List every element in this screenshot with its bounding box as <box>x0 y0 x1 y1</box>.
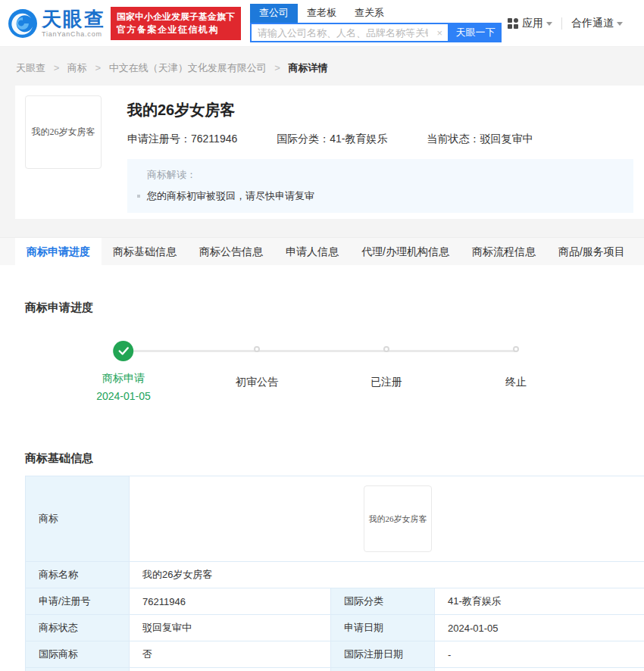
search-input[interactable] <box>252 27 431 39</box>
step-applied: 商标申请 2024-01-05 <box>96 341 151 402</box>
bullet-icon <box>137 195 140 198</box>
step-label: 终止 <box>505 376 527 389</box>
circle-icon <box>254 346 260 352</box>
chevron-down-icon <box>617 22 623 26</box>
row-value: 76211946 <box>130 588 331 615</box>
search-area: 查公司 查老板 查关系 × 天眼一下 <box>250 4 502 42</box>
check-icon <box>114 341 134 361</box>
breadcrumb-current: 商标详情 <box>289 62 328 73</box>
step-label: 商标申请 <box>96 372 151 385</box>
field-current-status: 当前状态：驳回复审中 <box>427 133 533 146</box>
tab-agency-info[interactable]: 代理/办理机构信息 <box>350 238 461 265</box>
trademark-image-text: 我的26岁女房客 <box>32 126 95 139</box>
search-box: × <box>250 23 449 42</box>
trademark-image-text: 我的26岁女房客 <box>369 513 427 525</box>
search-tab-boss[interactable]: 查老板 <box>298 4 345 23</box>
step-label: 初审公告 <box>236 376 278 389</box>
tab-gazette-info[interactable]: 公告信息 <box>636 238 644 265</box>
table-row: 商标状态 驳回复审中 申请日期 2024-01-05 <box>26 615 644 641</box>
tab-basic-info[interactable]: 商标基础信息 <box>102 238 188 265</box>
brand-name: 天眼查 <box>42 9 105 29</box>
table-row: 商标 我的26岁女房客 <box>26 476 644 562</box>
cooperation-menu[interactable]: 合作通道 <box>571 17 623 30</box>
row-value: 2024-01-05 <box>435 615 644 641</box>
row-label: 商标类型 <box>26 668 130 671</box>
circle-icon <box>513 346 519 352</box>
row-label: 国际分类 <box>331 588 435 615</box>
step-label: 已注册 <box>370 376 402 389</box>
breadcrumb-separator: > <box>274 62 280 73</box>
breadcrumb: 天眼查 > 商标 > 中文在线（天津）文化发展有限公司 > 商标详情 <box>0 47 644 86</box>
stepper-track <box>123 350 516 352</box>
apps-grid-icon <box>508 18 518 29</box>
basic-info-section-heading: 商标基础信息 <box>25 451 644 466</box>
row-label: 商标状态 <box>26 615 130 641</box>
row-label: 商标名称 <box>26 562 130 588</box>
badge-line1: 国家中小企业发展子基金旗下 <box>117 11 235 23</box>
search-button[interactable]: 天眼一下 <box>449 23 502 42</box>
row-label: 商标结构 <box>331 668 435 671</box>
step-registered: 已注册 <box>370 341 402 389</box>
tab-applicant-info[interactable]: 申请人信息 <box>274 238 350 265</box>
tianyancha-logo-icon <box>8 8 38 39</box>
table-row: 国际商标 否 国际注册日期 - <box>26 641 644 668</box>
basic-info-table: 商标 我的26岁女房客 商标名称 我的26岁女房客 申请/注册号 7621194… <box>25 476 644 671</box>
breadcrumb-trademark[interactable]: 商标 <box>67 62 87 73</box>
row-label: 商标 <box>26 476 130 562</box>
row-value: 41-教育娱乐 <box>435 588 644 615</box>
apps-menu-label: 应用 <box>522 17 543 30</box>
table-row: 商标类型 普通商标 商标结构 纯中文 <box>26 668 644 671</box>
trademark-detail-card: 我的26岁女房客 我的26岁女房客 申请注册号：76211946 国际分类：41… <box>15 86 644 219</box>
trademark-image[interactable]: 我的26岁女房客 <box>25 95 102 169</box>
cooperation-menu-label: 合作通道 <box>571 17 614 30</box>
row-value: - <box>435 641 644 668</box>
site-logo[interactable]: 天眼查 TianYanCha.com <box>8 8 105 39</box>
trademark-interpretation-box: 商标解读： 您的商标初审被驳回，请尽快申请复审 <box>127 159 633 213</box>
breadcrumb-company[interactable]: 中文在线（天津）文化发展有限公司 <box>109 62 267 73</box>
row-label: 国际注册日期 <box>331 641 435 668</box>
step-terminated: 终止 <box>505 341 527 389</box>
tab-goods-services[interactable]: 商品/服务项目 <box>547 238 636 265</box>
step-preliminary: 初审公告 <box>236 341 278 389</box>
breadcrumb-separator: > <box>95 62 101 73</box>
step-date: 2024-01-05 <box>96 390 151 402</box>
page-title: 我的26岁女房客 <box>127 100 634 120</box>
detail-tabbar: 商标申请进度 商标基础信息 商标公告信息 申请人信息 代理/办理机构信息 商标流… <box>0 237 644 265</box>
progress-section-heading: 商标申请进度 <box>25 265 644 315</box>
row-value: 否 <box>130 641 331 668</box>
row-label: 国际商标 <box>26 641 130 668</box>
chevron-down-icon <box>546 22 552 26</box>
interpretation-title: 商标解读： <box>137 168 624 182</box>
search-tab-relation[interactable]: 查关系 <box>345 4 393 23</box>
interpretation-item: 您的商标初审被驳回，请尽快申请复审 <box>137 189 624 203</box>
row-value: 我的26岁女房客 <box>130 562 644 588</box>
search-tabs: 查公司 查老板 查关系 <box>250 4 502 23</box>
badge-line2: 官方备案企业征信机构 <box>117 23 235 36</box>
circle-icon <box>383 346 389 352</box>
tab-process-info[interactable]: 商标流程信息 <box>461 238 547 265</box>
search-tab-company[interactable]: 查公司 <box>250 4 298 23</box>
site-header: 天眼查 TianYanCha.com 国家中小企业发展子基金旗下 官方备案企业征… <box>0 0 644 47</box>
row-label: 申请日期 <box>331 615 435 641</box>
row-label: 申请/注册号 <box>26 588 130 615</box>
clear-icon[interactable]: × <box>431 27 448 39</box>
tab-announcement-info[interactable]: 商标公告信息 <box>188 238 274 265</box>
table-row: 商标名称 我的26岁女房客 <box>26 562 644 588</box>
field-registration-number: 申请注册号：76211946 <box>127 133 237 146</box>
breadcrumb-separator: > <box>54 62 60 73</box>
certification-badge: 国家中小企业发展子基金旗下 官方备案企业征信机构 <box>111 7 241 40</box>
tab-application-progress[interactable]: 商标申请进度 <box>15 238 102 265</box>
row-value: 驳回复审中 <box>130 615 331 641</box>
field-intl-class: 国际分类：41-教育娱乐 <box>277 133 387 146</box>
trademark-image[interactable]: 我的26岁女房客 <box>364 485 432 552</box>
apps-menu[interactable]: 应用 <box>508 17 552 30</box>
main-content: 商标申请进度 商标申请 2024-01-05 初审公告 已注册 终止 商标基础信… <box>0 265 644 671</box>
header-nav: 应用 合作通道 <box>508 17 623 30</box>
row-value: 纯中文 <box>435 668 644 671</box>
trademark-summary-fields: 申请注册号：76211946 国际分类：41-教育娱乐 当前状态：驳回复审中 <box>127 133 634 146</box>
brand-domain: TianYanCha.com <box>42 30 105 38</box>
row-value: 普通商标 <box>130 668 331 671</box>
breadcrumb-home[interactable]: 天眼查 <box>16 62 45 73</box>
progress-stepper: 商标申请 2024-01-05 初审公告 已注册 终止 <box>0 341 644 429</box>
table-row: 申请/注册号 76211946 国际分类 41-教育娱乐 <box>26 588 644 615</box>
